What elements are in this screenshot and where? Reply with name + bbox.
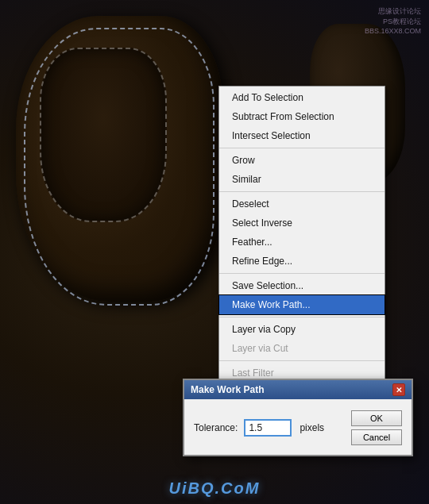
menu-item-save-selection[interactable]: Save Selection... [219,276,385,295]
menu-separator-3 [219,273,385,274]
watermark: 思缘设计论坛 PS教程论坛 BBS.16XX8.COM [365,6,421,37]
menu-item-similar[interactable]: Similar [219,170,385,189]
make-work-path-dialog: Make Work Path ✕ Tolerance: pixels OK Ca… [183,379,413,456]
watermark-line3: BBS.16XX8.COM [365,26,421,37]
dialog-body: Tolerance: pixels OK Cancel [184,399,412,455]
menu-item-intersect-selection[interactable]: Intersect Selection [219,126,385,145]
menu-separator-1 [219,148,385,148]
menu-item-deselect[interactable]: Deselect [219,194,385,214]
dialog-title: Make Work Path [191,384,264,395]
menu-item-feather[interactable]: Feather... [219,233,385,252]
bottom-branding: UiBQ.CoM [0,479,429,498]
menu-separator-5 [219,360,385,361]
pixels-label: pixels [300,422,324,433]
tolerance-label: Tolerance: [194,422,238,433]
menu-item-refine-edge[interactable]: Refine Edge... [219,252,385,271]
menu-separator-4 [219,317,385,317]
dialog-titlebar: Make Work Path ✕ [184,380,412,399]
watermark-line1: 思缘设计论坛 [365,6,421,17]
tolerance-input[interactable] [244,419,292,437]
menu-item-layer-via-copy[interactable]: Layer via Copy [219,320,385,339]
watermark-line2: PS教程论坛 [365,17,421,27]
menu-item-add-to-selection[interactable]: Add To Selection [219,88,385,107]
ok-button[interactable]: OK [351,410,402,426]
selection-outline [24,28,214,306]
menu-item-make-work-path[interactable]: Make Work Path... [219,295,385,314]
menu-item-grow[interactable]: Grow [219,151,385,170]
menu-item-subtract-from-selection[interactable]: Subtract From Selection [219,107,385,126]
main-canvas: 思缘设计论坛 PS教程论坛 BBS.16XX8.COM Add To Selec… [0,0,429,504]
dialog-close-button[interactable]: ✕ [392,383,405,396]
menu-item-select-inverse[interactable]: Select Inverse [219,214,385,233]
menu-item-layer-via-cut[interactable]: Layer via Cut [219,339,385,358]
context-menu: Add To Selection Subtract From Selection… [218,86,385,404]
dialog-buttons: OK Cancel [351,410,402,445]
cancel-button[interactable]: Cancel [351,429,402,445]
menu-separator-2 [219,191,385,192]
brand-text: UiBQ.CoM [169,479,261,497]
